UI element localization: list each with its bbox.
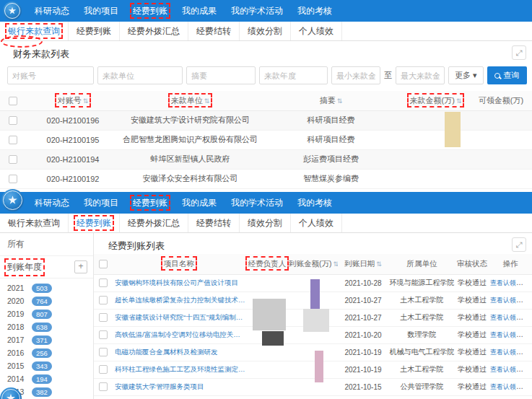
project-name-link[interactable]: 科环柱工程绿色施工工艺及环境性监测定性研究 — [113, 361, 245, 378]
row-checkbox[interactable] — [9, 155, 17, 164]
subnav-funding-arrival[interactable]: 经费到账 — [69, 22, 120, 40]
col-header-amount[interactable]: 来款金额(万)⇅ — [401, 91, 470, 110]
year-search-input[interactable] — [259, 66, 328, 84]
year-filter-2016[interactable]: 2016256 — [0, 346, 93, 359]
nav-item-my-projects[interactable]: 我的项目 — [77, 192, 126, 214]
year-filter-2015[interactable]: 2015343 — [0, 359, 93, 372]
subnav-bank-income-query[interactable]: 银行来款查询 — [0, 22, 69, 40]
col-header-unit[interactable]: 来款单位⇅ — [120, 91, 261, 110]
arrival-row[interactable]: 科环柱工程绿色施工工艺及环境性监测定性研究 2021-10-19 土木工程学院 … — [94, 361, 532, 378]
view-claim-link[interactable]: 查看认领 — [490, 348, 516, 356]
row-checkbox[interactable] — [9, 116, 17, 125]
nav-item-funding-arrival[interactable]: 经费到账 — [126, 0, 175, 22]
expand-icon[interactable]: ⤢ — [512, 45, 526, 60]
project-name-link[interactable]: 超长单连续墩桥梁复杂拉力控制关键技术研究 — [113, 291, 245, 309]
col-header-amount[interactable]: 到账金额(万)⇅ — [289, 254, 338, 274]
nav-label: 科研动态 — [35, 6, 69, 16]
col-header-available[interactable]: 可领金额(万) — [470, 91, 532, 110]
nav-label: 科研动态 — [35, 198, 69, 208]
col-header-leader[interactable]: 经费负责人 — [245, 254, 289, 274]
view-claim-link[interactable]: 查看认领 — [490, 314, 516, 321]
year-filter-2019[interactable]: 2019807 — [0, 307, 93, 320]
more-button[interactable]: 更多▾ — [448, 66, 484, 84]
nav-item-my-projects[interactable]: 我的项目 — [77, 0, 126, 22]
view-claim-link[interactable]: 查看认领 — [490, 297, 516, 304]
row-checkbox[interactable] — [99, 348, 108, 356]
year-filter-2018[interactable]: 2018638 — [0, 320, 93, 333]
query-button[interactable]: 查询 — [487, 66, 527, 84]
subnav-outbound-summary[interactable]: 经费外拨汇总 — [120, 214, 188, 232]
select-all-checkbox[interactable] — [9, 97, 17, 105]
col-header-date[interactable]: 到账日期⇅ — [338, 254, 388, 274]
project-name-link[interactable]: 高铁低温/富温制冷空调对位移动电控关键技术研究 — [113, 326, 245, 343]
subnav-personal-performance[interactable]: 个人绩效 — [291, 214, 342, 232]
row-checkbox[interactable] — [99, 382, 108, 391]
col-header-project-name[interactable]: 项目名称 — [113, 254, 245, 274]
row-checkbox[interactable] — [9, 175, 17, 183]
arrival-row[interactable]: 安徽钢构环境科技有限公司产值设计项目 2021-10-28 环境与能源工程学院 … — [94, 274, 532, 291]
col-header-account[interactable]: 对账号⇅ — [26, 91, 120, 110]
row-checkbox[interactable] — [99, 279, 108, 287]
unit-search-input[interactable] — [97, 66, 183, 84]
nav-item-my-assessment[interactable]: 我的考核 — [290, 192, 339, 214]
subnav-outbound-summary[interactable]: 经费外拨汇总 — [120, 22, 188, 40]
subnav-performance-split[interactable]: 绩效分割 — [240, 22, 291, 40]
min-amount-input[interactable] — [331, 66, 380, 84]
subnav-performance-split[interactable]: 绩效分割 — [240, 214, 291, 232]
arrival-row[interactable]: 安徽建筑大学管理服务类项目 2021-10-15 公共管理学院 学校通过 查看认… — [94, 378, 532, 395]
col-header-status[interactable]: 审核状态 — [455, 254, 489, 274]
account-search-input[interactable] — [7, 66, 94, 84]
subnav-carryover[interactable]: 经费结转 — [188, 22, 240, 40]
project-name-link[interactable]: 安徽省建筑设计研究院“十四五”规划编制研究项目 — [113, 309, 245, 326]
nav-item-academic-activities[interactable]: 我的学术活动 — [224, 192, 290, 214]
add-icon[interactable]: + — [74, 260, 87, 273]
col-header-summary[interactable]: 摘要⇅ — [261, 91, 401, 110]
year-filter-2021[interactable]: 2021503 — [0, 281, 93, 294]
row-checkbox[interactable] — [99, 296, 108, 304]
finance-row[interactable]: 020-H2100194 蚌埠区新型镇人民政府 彭运费项目经费 — [0, 149, 532, 169]
view-claim-link[interactable]: 查看认领 — [490, 366, 516, 373]
subnav-bank-income-query[interactable]: 银行来款查询 — [0, 214, 69, 232]
year-filter-2020[interactable]: 2020764 — [0, 294, 93, 307]
subnav-personal-performance[interactable]: 个人绩效 — [291, 22, 342, 40]
finance-row[interactable]: 020-H2100192 安徽泽众安全科技有限公司 智慧煤炭参编费 — [0, 169, 532, 188]
nav-item-my-achievements[interactable]: 我的成果 — [175, 192, 224, 214]
row-checkbox[interactable] — [99, 330, 108, 339]
select-all-checkbox[interactable] — [99, 260, 108, 268]
view-claim-link[interactable]: 查看认领 — [490, 383, 516, 390]
subnav-funding-arrival[interactable]: 经费到账 — [69, 214, 120, 232]
row-checkbox[interactable] — [9, 136, 17, 144]
nav-item-my-achievements[interactable]: 我的成果 — [175, 0, 224, 22]
view-claim-link[interactable]: 查看认领 — [490, 331, 516, 338]
search-icon — [494, 73, 500, 79]
select-all-cell — [0, 91, 26, 110]
expand-icon[interactable]: ⤢ — [512, 237, 526, 252]
col-header-action[interactable]: 操作 — [489, 254, 532, 274]
subnav-carryover[interactable]: 经费结转 — [188, 214, 240, 232]
nav-item-my-assessment[interactable]: 我的考核 — [290, 0, 339, 22]
row-checkbox[interactable] — [99, 365, 108, 374]
view-claim-link[interactable]: 查看认领 — [490, 279, 516, 286]
year-filter-2014[interactable]: 2014194 — [0, 372, 93, 385]
filter-all[interactable]: 所有 — [0, 233, 93, 256]
project-name-link[interactable]: 安徽钢构环境科技有限公司产值设计项目 — [113, 274, 245, 291]
finance-row[interactable]: 020-H2100195 合肥智慧龙图腾知识产权股份有限公司 科研项目经费 — [0, 130, 532, 149]
max-amount-input[interactable] — [396, 66, 445, 84]
project-name-link[interactable]: 安徽建筑大学管理服务类项目 — [113, 378, 245, 395]
row-checkbox[interactable] — [99, 313, 108, 322]
col-header-unit[interactable]: 所属单位 — [388, 254, 455, 274]
arrival-row[interactable]: 电磁功能覆合金属材料及检测研发 2021-10-19 机械与电气工程学院 学校通… — [94, 343, 532, 361]
arrival-row[interactable]: 超长单连续墩桥梁复杂拉力控制关键技术研究 2021-10-27 土木工程学院 学… — [94, 291, 532, 309]
nav-item-research-news[interactable]: 科研动态 — [27, 192, 77, 214]
year-group-row: 到账年度 + — [0, 256, 93, 279]
nav-item-academic-activities[interactable]: 我的学术活动 — [224, 0, 290, 22]
nav-item-research-news[interactable]: 科研动态 — [27, 0, 77, 22]
project-name-link[interactable]: 电磁功能覆合金属材料及检测研发 — [113, 343, 245, 361]
summary-search-input[interactable] — [186, 66, 256, 84]
unit-cell: 环境与能源工程学院 — [388, 274, 455, 291]
year-filter-2017[interactable]: 2017371 — [0, 333, 93, 346]
finance-row[interactable]: 020-H2100196 安徽建筑大学设计研究院有限公司 科研项目经费 — [0, 110, 532, 130]
arrival-row[interactable]: 安徽省建筑设计研究院“十四五”规划编制研究项目 2021-10-27 土木工程学… — [94, 309, 532, 326]
nav-item-funding-arrival[interactable]: 经费到账 — [126, 192, 175, 214]
arrival-row[interactable]: 高铁低温/富温制冷空调对位移动电控关键技术研究 2021-10-20 数理学院 … — [94, 326, 532, 343]
